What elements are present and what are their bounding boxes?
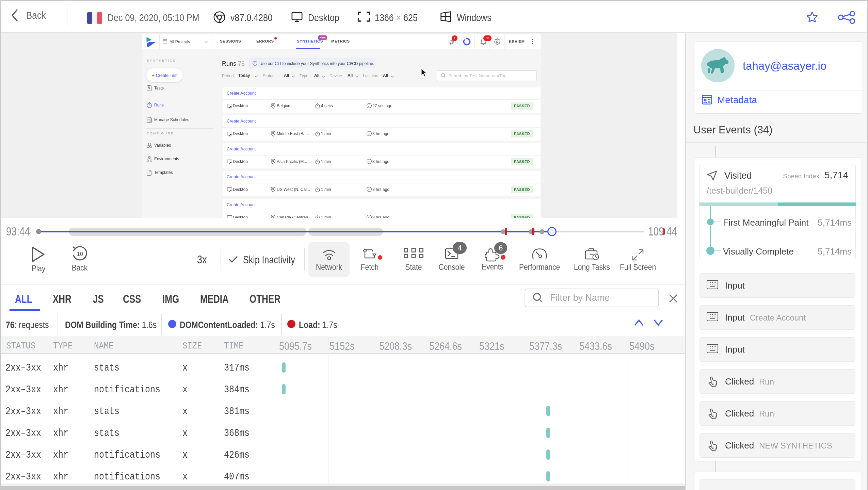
svg-text:10: 10 [77, 251, 83, 257]
